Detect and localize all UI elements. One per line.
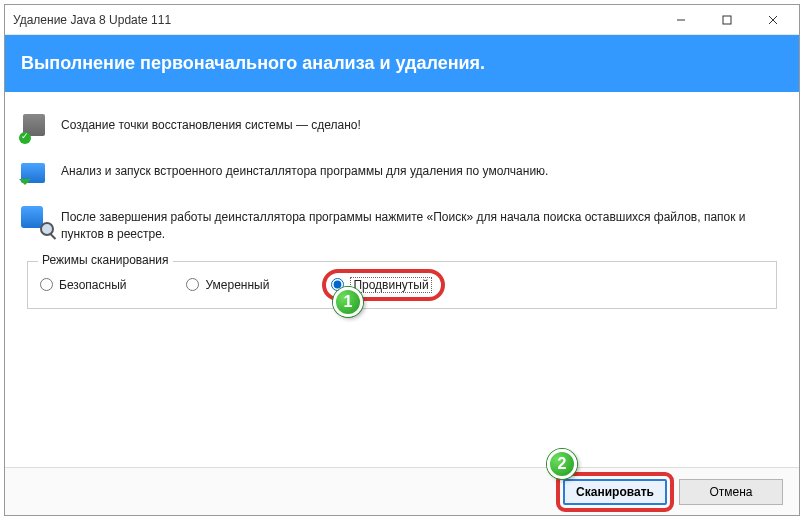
radio-safe-input[interactable]	[40, 278, 53, 291]
step-analyze: Анализ и запуск встроенного деинсталлято…	[21, 160, 783, 188]
step-restore-point: Создание точки восстановления системы — …	[21, 114, 783, 142]
search-icon	[21, 206, 51, 234]
close-button[interactable]	[759, 9, 787, 31]
radio-advanced-label: Продвинутый	[350, 277, 431, 293]
radio-moderate[interactable]: Умеренный	[186, 278, 269, 292]
radio-safe[interactable]: Безопасный	[40, 278, 126, 292]
scan-button[interactable]: Сканировать	[563, 479, 667, 505]
radio-moderate-label: Умеренный	[205, 278, 269, 292]
step-text: Создание точки восстановления системы — …	[61, 114, 361, 134]
group-legend: Режимы сканирования	[38, 253, 173, 267]
cancel-button[interactable]: Отмена	[679, 479, 783, 505]
server-icon	[21, 114, 51, 142]
window-title: Удаление Java 8 Update 111	[13, 13, 667, 27]
banner-heading: Выполнение первоначального анализа и уда…	[21, 53, 485, 73]
content-area: Создание точки восстановления системы — …	[5, 92, 799, 309]
title-bar: Удаление Java 8 Update 111	[5, 5, 799, 35]
scan-modes-group: Режимы сканирования Безопасный Умеренный…	[27, 261, 777, 309]
scan-modes-radios: Безопасный Умеренный Продвинутый	[40, 276, 764, 294]
maximize-button[interactable]	[713, 9, 741, 31]
step-text: Анализ и запуск встроенного деинсталлято…	[61, 160, 548, 180]
banner: Выполнение первоначального анализа и уда…	[5, 35, 799, 92]
dialog-window: Удаление Java 8 Update 111 Выполнение пе…	[4, 4, 800, 516]
step-search-remains: После завершения работы деинсталлятора п…	[21, 206, 783, 243]
analyze-icon	[21, 160, 51, 188]
minimize-button[interactable]	[667, 9, 695, 31]
radio-moderate-input[interactable]	[186, 278, 199, 291]
step-text: После завершения работы деинсталлятора п…	[61, 206, 783, 243]
annotation-badge-2: 2	[547, 449, 577, 479]
radio-safe-label: Безопасный	[59, 278, 126, 292]
window-controls	[667, 9, 791, 31]
svg-rect-1	[723, 16, 731, 24]
annotation-badge-1: 1	[333, 287, 363, 317]
footer: Сканировать Отмена	[5, 467, 799, 515]
